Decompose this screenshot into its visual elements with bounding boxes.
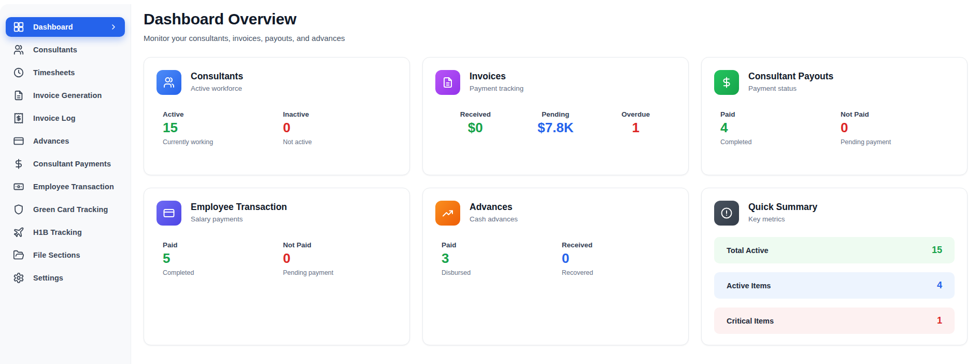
- card-title: Employee Transaction: [191, 202, 287, 213]
- stat-value: 0: [562, 251, 676, 265]
- stat-label: Inactive: [283, 110, 397, 118]
- dollar-icon: [714, 70, 739, 95]
- card-heading-text: InvoicesPayment tracking: [470, 70, 523, 92]
- sidebar-item-label: H1B Tracking: [33, 228, 118, 236]
- stat-value: 0: [283, 121, 397, 135]
- sidebar-item-invoice-generation[interactable]: Invoice Generation: [6, 86, 125, 105]
- summary-row-value: 1: [937, 315, 942, 326]
- sidebar-item-consultants[interactable]: Consultants: [6, 40, 125, 60]
- sidebar-item-advances[interactable]: Advances: [6, 131, 125, 151]
- card-subtitle: Key metrics: [748, 215, 817, 223]
- summary-row-critical-items: Critical Items1: [714, 307, 955, 334]
- card-employee-transaction: Employee TransactionSalary paymentsPaid5…: [144, 188, 410, 345]
- sidebar-item-label: Consultant Payments: [33, 160, 118, 168]
- stat-label: Active: [163, 110, 277, 118]
- card-heading-text: Employee TransactionSalary payments: [191, 201, 287, 223]
- summary-row-label: Total Active: [727, 246, 769, 255]
- main-content: Dashboard Overview Monitor your consulta…: [131, 0, 980, 364]
- stat-label: Not Paid: [841, 110, 955, 118]
- card-subtitle: Active workforce: [191, 85, 243, 92]
- card-heading-text: Quick SummaryKey metrics: [748, 201, 817, 223]
- app-root: DashboardConsultantsTimesheetsInvoice Ge…: [0, 0, 980, 364]
- stat-label: Received: [562, 241, 676, 249]
- summary-row-value: 15: [932, 245, 942, 256]
- sidebar-item-label: Dashboard: [33, 23, 101, 31]
- card-header: Quick SummaryKey metrics: [714, 201, 955, 226]
- stat-label: Paid: [720, 110, 834, 118]
- stat-value: $0: [435, 121, 516, 135]
- card-title: Consultants: [191, 71, 243, 82]
- stat-value: 5: [163, 251, 277, 265]
- page-title: Dashboard Overview: [144, 10, 968, 28]
- sidebar-item-label: Green Card Tracking: [33, 205, 118, 214]
- summary-row-active-items: Active Items4: [714, 272, 955, 299]
- stat-label: Paid: [163, 241, 277, 249]
- gear-icon: [13, 272, 24, 284]
- card-title: Advances: [470, 202, 518, 213]
- sidebar-item-file-sections[interactable]: File Sections: [6, 245, 125, 265]
- card-subtitle: Payment status: [748, 85, 833, 92]
- stat-not-paid: Not Paid0Pending payment: [277, 241, 397, 276]
- sidebar-item-label: Invoice Log: [33, 114, 118, 122]
- clock-icon: [13, 67, 24, 78]
- sidebar-item-label: Timesheets: [33, 68, 118, 77]
- receipt-icon: [13, 113, 24, 124]
- card-subtitle: Payment tracking: [470, 85, 523, 92]
- sidebar-item-green-card-tracking[interactable]: Green Card Tracking: [6, 200, 125, 219]
- card-stats: Received$0Pending$7.8KOverdue1: [435, 110, 676, 135]
- card-advances: AdvancesCash advancesPaid3DisbursedRecei…: [422, 188, 689, 345]
- stat-active: Active15Currently working: [157, 110, 277, 146]
- sidebar-item-invoice-log[interactable]: Invoice Log: [6, 108, 125, 128]
- stat-received: Received0Recovered: [556, 241, 676, 276]
- folder-open-icon: [13, 249, 24, 261]
- card-header: AdvancesCash advances: [435, 201, 676, 226]
- card-quick-summary: Quick SummaryKey metricsTotal Active15Ac…: [701, 188, 968, 345]
- sidebar-item-label: Settings: [33, 274, 118, 282]
- summary-row-label: Critical Items: [727, 317, 774, 325]
- stat-overdue: Overdue1: [595, 110, 676, 135]
- stat-received: Received$0: [435, 110, 516, 135]
- card-invoices: InvoicesPayment trackingReceived$0Pendin…: [422, 57, 689, 175]
- dollar-icon: [13, 158, 24, 170]
- card-header: Consultant PayoutsPayment status: [714, 70, 955, 95]
- card-header: InvoicesPayment tracking: [435, 70, 676, 95]
- sidebar-item-label: Employee Transaction: [33, 183, 118, 191]
- stat-sublabel: Pending payment: [283, 269, 397, 276]
- card-title: Quick Summary: [748, 202, 817, 213]
- card-stats: Paid4CompletedNot Paid0Pending payment: [714, 110, 955, 146]
- sidebar-item-consultant-payments[interactable]: Consultant Payments: [6, 154, 125, 174]
- card-consultant-payouts: Consultant PayoutsPayment statusPaid4Com…: [701, 57, 968, 175]
- card-heading-text: AdvancesCash advances: [470, 201, 518, 223]
- sidebar-item-label: Advances: [33, 137, 118, 145]
- sidebar-item-label: Invoice Generation: [33, 91, 118, 100]
- summary-list: Total Active15Active Items4Critical Item…: [714, 237, 955, 334]
- summary-row-label: Active Items: [727, 282, 771, 290]
- stat-sublabel: Completed: [163, 269, 277, 276]
- sidebar-item-dashboard[interactable]: Dashboard: [6, 17, 125, 37]
- card-consultants: ConsultantsActive workforceActive15Curre…: [144, 57, 410, 175]
- stat-pending: Pending$7.8K: [516, 110, 596, 135]
- page-subtitle: Monitor your consultants, invoices, payo…: [144, 34, 968, 43]
- stat-inactive: Inactive0Not active: [277, 110, 397, 146]
- file-text-icon: [435, 70, 460, 95]
- sidebar-item-h1b-tracking[interactable]: H1B Tracking: [6, 222, 125, 242]
- stat-value: 1: [595, 121, 676, 135]
- summary-row-total-active: Total Active15: [714, 237, 955, 263]
- sidebar-item-settings[interactable]: Settings: [6, 268, 125, 288]
- sidebar-nav: DashboardConsultantsTimesheetsInvoice Ge…: [6, 17, 125, 288]
- stat-paid: Paid5Completed: [157, 241, 277, 276]
- stat-sublabel: Recovered: [562, 269, 676, 276]
- sidebar-item-employee-transaction[interactable]: Employee Transaction: [6, 177, 125, 197]
- stat-label: Not Paid: [283, 241, 397, 249]
- shield-icon: [13, 204, 24, 215]
- sidebar-item-timesheets[interactable]: Timesheets: [6, 63, 125, 82]
- stat-paid: Paid4Completed: [714, 110, 834, 146]
- card-header: ConsultantsActive workforce: [157, 70, 397, 95]
- sidebar-item-label: File Sections: [33, 251, 118, 259]
- card-stats: Paid3DisbursedReceived0Recovered: [435, 241, 676, 276]
- stat-label: Pending: [516, 110, 596, 118]
- stat-sublabel: Not active: [283, 138, 397, 146]
- card-header: Employee TransactionSalary payments: [157, 201, 397, 226]
- file-text-icon: [13, 90, 24, 101]
- card-subtitle: Cash advances: [470, 215, 518, 223]
